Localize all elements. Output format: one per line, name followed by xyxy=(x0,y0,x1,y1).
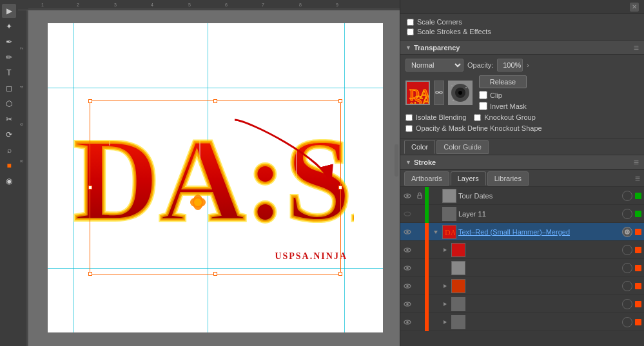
svg-text:6: 6 xyxy=(225,3,228,7)
canvas-area: ▶ ✦ ✒ ✏ T ◻ ⬡ ✂ ⟳ ⌕ ■ ◉ 1 2 3 4 5 6 7 8 … xyxy=(0,0,400,346)
opacity-increase-arrow[interactable]: › xyxy=(527,62,529,69)
transparency-header[interactable]: ▼ Transparency ≡ xyxy=(400,41,644,55)
scale-strokes-checkbox[interactable] xyxy=(407,28,414,35)
chain-link-icon xyxy=(435,89,443,97)
scale-strokes-row: Scale Strokes & Effects xyxy=(407,28,638,35)
rotate-tool[interactable]: ⟳ xyxy=(2,128,16,142)
isolate-blending-label: Isolate Blending xyxy=(416,113,466,121)
libraries-tab[interactable]: Libraries xyxy=(487,171,529,186)
blend-mode-select[interactable]: Normal Multiply Screen Overlay xyxy=(405,59,463,72)
svg-rect-47 xyxy=(444,208,455,220)
stroke-menu-icon[interactable]: ≡ xyxy=(634,157,639,168)
layer-color-dot xyxy=(635,283,641,289)
layer-lock-icon xyxy=(415,187,425,205)
layer-target-circle[interactable] xyxy=(622,227,632,237)
handle-br[interactable] xyxy=(338,272,342,276)
zoom-tool[interactable]: ⌕ xyxy=(2,143,16,157)
layer-row[interactable] xyxy=(400,277,644,295)
layer-thumbnail xyxy=(451,297,465,311)
svg-text:2: 2 xyxy=(19,47,24,50)
mask-link-button[interactable] xyxy=(434,81,444,105)
handle-bl[interactable] xyxy=(88,272,92,276)
mask-thumb-artwork[interactable]: DA :SA xyxy=(405,81,430,105)
layer-target-circle[interactable] xyxy=(622,299,632,309)
layer-expand-toggle[interactable] xyxy=(440,313,449,331)
opacity-mask-define-checkbox[interactable] xyxy=(405,125,413,132)
layer-visibility-toggle[interactable] xyxy=(400,295,415,313)
layer-expand-toggle[interactable] xyxy=(440,295,449,313)
clip-checkbox[interactable] xyxy=(479,91,487,99)
layer-row[interactable]: Tour Dates xyxy=(400,187,644,205)
layer-row[interactable]: Layer 11 xyxy=(400,205,644,223)
layer-color-bar xyxy=(425,259,429,277)
layer-row[interactable] xyxy=(400,241,644,259)
layer-color-bar xyxy=(425,241,429,259)
color-tab[interactable]: Color xyxy=(404,140,435,154)
mask-thumb-mask[interactable] xyxy=(448,81,473,105)
shape-tool[interactable]: ⬡ xyxy=(2,97,16,111)
pencil-tool[interactable]: ✏ xyxy=(2,50,16,64)
rect-tool[interactable]: ◻ xyxy=(2,81,16,95)
layer-expand-toggle[interactable] xyxy=(440,241,449,259)
isolate-blending-checkbox[interactable] xyxy=(405,114,413,121)
scrollbar-thumb-v[interactable] xyxy=(395,144,398,177)
type-tool[interactable]: T xyxy=(2,66,16,80)
layer-lock-spacer xyxy=(415,205,425,223)
transparency-title: Transparency xyxy=(414,44,460,52)
vertical-ruler: 2 4 6 8 xyxy=(18,10,28,346)
scissors-tool[interactable]: ✂ xyxy=(2,112,16,126)
direct-select-tool[interactable]: ✦ xyxy=(2,19,16,34)
layers-menu-icon[interactable]: ≡ xyxy=(635,173,640,184)
layer-target-circle[interactable] xyxy=(622,281,632,291)
transparency-menu-icon[interactable]: ≡ xyxy=(634,43,639,53)
layer-row[interactable] xyxy=(400,259,644,277)
layer-expand-toggle xyxy=(431,187,440,205)
gradient-tool[interactable]: ◉ xyxy=(2,174,16,188)
artboards-tab[interactable]: Artboards xyxy=(404,171,449,186)
svg-marker-68 xyxy=(444,302,447,306)
layer-target-circle[interactable] xyxy=(622,191,632,201)
svg-point-63 xyxy=(406,285,409,287)
release-button[interactable]: Release xyxy=(479,75,527,88)
layer-target-circle[interactable] xyxy=(622,263,632,273)
layer-row[interactable] xyxy=(400,313,644,331)
horizontal-ruler: 1 2 3 4 5 6 7 8 9 xyxy=(18,0,400,10)
layer-visibility-toggle[interactable] xyxy=(400,313,415,331)
layer-row[interactable] xyxy=(400,295,644,313)
layer-thumbnail xyxy=(442,189,456,203)
svg-rect-30 xyxy=(436,91,438,93)
svg-point-71 xyxy=(406,321,409,323)
panel-close-button[interactable]: ✕ xyxy=(630,3,639,12)
layer-row[interactable]: DA Text–Red (Small Hammer)–Merged xyxy=(400,223,644,241)
layer-color-dot xyxy=(635,319,641,325)
layer-target-circle[interactable] xyxy=(622,245,632,255)
svg-point-36 xyxy=(458,91,462,95)
color-guide-tab[interactable]: Color Guide xyxy=(436,140,489,154)
layer-visibility-toggle[interactable] xyxy=(400,187,415,205)
layers-list: Tour Dates Layer 11 xyxy=(400,187,644,346)
layer-visibility-toggle[interactable] xyxy=(400,205,415,223)
layers-tab[interactable]: Layers xyxy=(451,171,486,186)
select-tool[interactable]: ▶ xyxy=(2,4,16,18)
svg-rect-37 xyxy=(451,85,453,86)
handle-bm[interactable] xyxy=(213,272,217,276)
stroke-header[interactable]: ▼ Stroke ≡ xyxy=(400,155,644,169)
invert-mask-checkbox[interactable] xyxy=(479,102,487,110)
layer-expand-toggle[interactable] xyxy=(431,223,440,241)
opacity-input[interactable] xyxy=(497,59,523,72)
color-tool[interactable]: ■ xyxy=(2,159,16,173)
knockout-group-checkbox[interactable] xyxy=(474,114,481,121)
website-text: USPSA.NINJA xyxy=(275,251,347,262)
scale-corners-label: Scale Corners xyxy=(417,18,462,26)
scale-corners-checkbox[interactable] xyxy=(407,19,414,26)
blend-mode-row: Normal Multiply Screen Overlay Opacity: … xyxy=(405,59,639,72)
layer-visibility-toggle[interactable] xyxy=(400,223,415,241)
pen-tool[interactable]: ✒ xyxy=(2,35,16,49)
layer-expand-toggle[interactable] xyxy=(440,277,449,295)
layer-visibility-toggle[interactable] xyxy=(400,259,415,277)
svg-text:1: 1 xyxy=(41,3,44,7)
layer-visibility-toggle[interactable] xyxy=(400,277,415,295)
layer-target-circle[interactable] xyxy=(622,209,632,219)
layer-visibility-toggle[interactable] xyxy=(400,241,415,259)
layer-target-circle[interactable] xyxy=(622,317,632,327)
